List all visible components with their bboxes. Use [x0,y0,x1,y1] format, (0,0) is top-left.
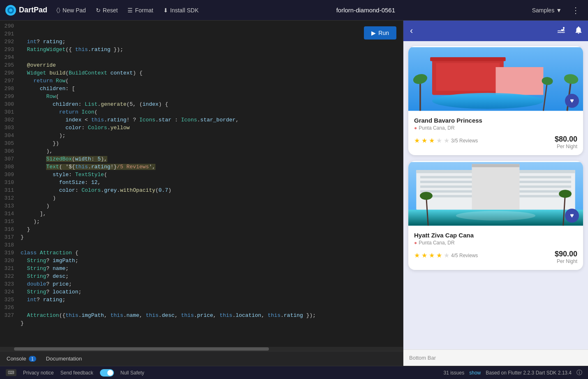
run-label: Run [378,30,389,36]
documentation-label: Documentation [46,356,82,362]
preview-header-icons [557,25,583,37]
format-icon: ☰ [127,7,133,14]
samples-label: Samples [532,7,554,14]
svg-point-2 [9,9,12,12]
hotel-info-2: Hyatt Ziva Cap Cana ● Punta Cana, DR ★ ★… [408,227,583,270]
hotel-image-1: ♥ [408,46,583,112]
preview-bottom-bar: Bottom Bar [403,349,588,366]
null-safety-toggle[interactable] [100,369,114,377]
price-row-1: $80.00 Per Night [555,135,577,149]
back-button[interactable]: ‹ [408,24,414,38]
scrollbar-thumb[interactable] [14,347,269,351]
null-safety-label: Null Safety [120,370,144,376]
reset-icon: ↻ [96,7,101,14]
hotel-info-1: Grand Bavaro Princess ● Punta Cana, DR ★… [408,112,583,155]
console-badge: 1 [29,356,36,362]
preview-header: ‹ [403,21,588,41]
play-icon: ▶ [371,30,376,36]
new-pad-label: New Pad [63,7,86,14]
code-editor: ▶ Run 290 291 292 293 294 295 296 297 29… [0,21,403,366]
main-content: ▶ Run 290 291 292 293 294 295 296 297 29… [0,21,588,366]
favorite-button-2[interactable]: ♥ [565,209,579,223]
star-2-5: ★ [444,251,449,259]
issues-show-link[interactable]: show [469,370,481,376]
svg-point-31 [559,190,572,198]
favorite-button-1[interactable]: ♥ [565,94,579,108]
dartpad-logo-icon [5,5,16,16]
keyboard-icon: ⌨ [6,369,16,376]
per-night-1: Per Night [557,144,577,149]
run-button[interactable]: ▶ Run [364,26,396,40]
bottom-bar-label: Bottom Bar [409,355,436,361]
star-1-2: ★ [421,137,427,144]
logo: DartPad [5,5,47,16]
chevron-down-icon: ▼ [556,7,562,14]
star-2-4: ★ [436,251,442,259]
location-pin-icon-2: ● [414,240,417,246]
star-2-1: ★ [414,251,420,259]
toolbar-right: Samples ▼ ⋮ [529,4,583,17]
status-right: 31 issues show Based on Flutter 2.2.3 Da… [444,369,583,377]
console-label: Console [7,356,26,362]
svg-point-29 [420,192,433,200]
svg-point-27 [456,211,535,221]
console-tab[interactable]: Console 1 [5,353,38,364]
hotel-image-2: ♥ [408,161,583,227]
editor-container[interactable]: ▶ Run 290 291 292 293 294 295 296 297 29… [0,21,403,347]
hotel-price-1: $80.00 [555,135,577,144]
status-bar: ⌨ Privacy notice Send feedback Null Safe… [0,366,588,379]
line-numbers: 290 291 292 293 294 295 296 297 298 299 … [0,21,17,347]
location-pin-icon-1: ● [414,125,417,131]
star-1-3: ★ [429,137,435,144]
hotel-name-2: Hyatt Ziva Cap Cana [414,232,577,239]
star-1-4: ★ [436,137,442,144]
hotel-photo-1 [408,46,583,112]
hotel-card-2: ♥ Hyatt Ziva Cap Cana ● Punta Cana, DR ★… [408,161,583,270]
hotel-stars-2: ★ ★ ★ ★ ★ 4/5 Reviews [414,251,478,259]
download-icon: ⬇ [163,7,168,14]
hotel-photo-2 [408,161,583,227]
per-night-2: Per Night [557,258,577,264]
documentation-tab[interactable]: Documentation [44,353,83,364]
notification-button[interactable] [574,26,583,37]
svg-rect-15 [408,47,583,111]
more-options-button[interactable]: ⋮ [568,4,583,17]
hotel-stars-1: ★ ★ ★ ★ ★ 3/5 Reviews [414,137,478,144]
samples-button[interactable]: Samples ▼ [529,5,565,16]
reviews-text-2: 4/5 Reviews [451,253,478,258]
hotel-card-1: ♥ Grand Bavaro Princess ● Punta Cana, DR… [408,46,583,155]
reviews-text-1: 3/5 Reviews [451,138,478,144]
reset-label: Reset [103,7,118,14]
feedback-link[interactable]: Send feedback [60,370,93,376]
toggle-thumb [107,370,113,376]
price-row-2: $90.00 Per Night [555,250,577,264]
preview-panel: ‹ [403,21,588,366]
new-pad-button[interactable]: 〈〉 New Pad [52,4,90,16]
swim-icon [557,25,567,35]
svg-rect-25 [472,164,520,167]
issues-count: 31 issues [444,370,465,376]
format-button[interactable]: ☰ Format [123,5,157,16]
hotel-location-1: ● Punta Cana, DR [414,125,577,131]
toolbar: DartPad 〈〉 New Pad ↻ Reset ☰ Format ⬇ In… [0,0,588,21]
hotel-price-2: $90.00 [555,250,577,258]
hotel-name-1: Grand Bavaro Princess [414,117,577,124]
swim-icon-button[interactable] [557,25,567,37]
code-icon: 〈〉 [56,7,60,14]
horizontal-scrollbar[interactable] [0,347,403,351]
project-title: forlorn-diamond-0561 [204,7,527,14]
hotel-location-2: ● Punta Cana, DR [414,240,577,246]
install-sdk-label: Install SDK [170,7,199,14]
star-2-2: ★ [421,251,427,259]
bell-icon [574,26,583,35]
star-1-1: ★ [414,137,420,144]
svg-rect-24 [472,164,520,210]
sdk-info: Based on Flutter 2.2.3 Dart SDK 2.13.4 [486,370,572,376]
privacy-notice-link[interactable]: Privacy notice [23,370,54,376]
format-label: Format [135,7,153,14]
info-button[interactable]: ⓘ [576,369,582,377]
install-sdk-button[interactable]: ⬇ Install SDK [159,5,203,16]
code-text[interactable]: int? rating; RatingWidget({ this.rating … [17,21,403,347]
reset-button[interactable]: ↻ Reset [92,5,122,16]
preview-content[interactable]: ♥ Grand Bavaro Princess ● Punta Cana, DR… [403,41,588,349]
